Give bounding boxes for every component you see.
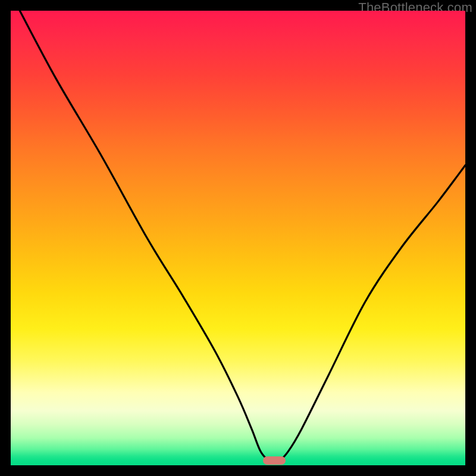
chart-frame: TheBottleneck.com bbox=[0, 0, 476, 476]
optimal-marker bbox=[263, 456, 286, 465]
bottleneck-curve bbox=[11, 11, 465, 465]
plot-area bbox=[11, 11, 465, 465]
